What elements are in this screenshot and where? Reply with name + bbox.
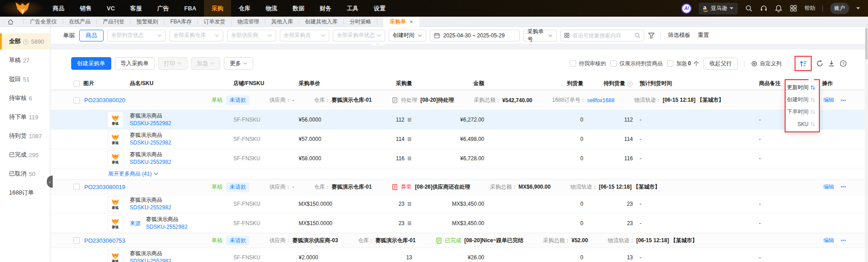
sidebar-item-pending-order[interactable]: 待下单119: [0, 108, 50, 126]
sidebar-item-rejected[interactable]: 驳回51: [0, 70, 50, 89]
checkbox[interactable]: [610, 60, 617, 67]
print-button[interactable]: 打印: [158, 57, 187, 70]
product-thumbnail[interactable]: 赛狐: [107, 150, 123, 167]
tab-create-other-inbound[interactable]: 创建其他入库: [305, 18, 337, 26]
scrollbar-thumb[interactable]: [865, 28, 868, 59]
po-group-row[interactable]: PO2303060753 草稿 未请款 供应商：赛狐演示供应商-03 仓库：赛狐…: [51, 233, 868, 248]
tab-online-products[interactable]: 在线产品: [69, 18, 91, 26]
filter-purchase-warehouse[interactable]: 全部采购仓库: [169, 30, 223, 41]
search-icon[interactable]: [634, 32, 641, 39]
row-checkbox[interactable]: [73, 184, 80, 190]
ai-assistant-button[interactable]: AI: [682, 4, 691, 14]
product-sku-link[interactable]: SDSKU-2552982: [130, 159, 171, 166]
nav-item-fba[interactable]: FBA: [177, 0, 204, 17]
app-logo[interactable]: [0, 0, 45, 17]
marketplace-switcher[interactable]: a 亚马逊: [699, 3, 738, 14]
qty-detail-icon[interactable]: [407, 221, 412, 226]
collapse-parent-rows-button[interactable]: 收起父行: [704, 58, 738, 70]
sidebar-item-all[interactable]: 全部 5890: [0, 33, 50, 50]
customize-columns-button[interactable]: 自定义列: [751, 60, 782, 68]
edit-link[interactable]: 编辑: [823, 183, 834, 191]
tab-order-shipping[interactable]: 订单发货: [204, 18, 225, 26]
product-row[interactable]: 赛狐 赛狐演示商品SDSKU-2552982 SF-FNSKU MX$150.0…: [51, 194, 868, 213]
sidebar-item-cancelled[interactable]: 已取消50: [0, 164, 50, 183]
nav-item-logistics[interactable]: 物流: [258, 0, 285, 17]
product-thumbnail[interactable]: 赛狐: [107, 249, 123, 262]
filter-po-status[interactable]: 全部采购单状态: [333, 30, 385, 41]
funnel-filter-icon[interactable]: [648, 32, 655, 39]
filter-arrival-status[interactable]: 全部到货状态: [107, 30, 166, 41]
sidebar-item-draft[interactable]: 草稿27: [0, 51, 50, 70]
product-row[interactable]: 赛狐 赛狐演示商品SDSKU-2552982 SF-FNSKU ¥57.0000…: [51, 129, 868, 149]
nav-item-vc[interactable]: VC: [99, 0, 123, 17]
sort-by-create-time[interactable]: 创建时间: [786, 94, 819, 106]
sidebar-item-pending-review[interactable]: 待审核6: [0, 89, 50, 108]
close-icon[interactable]: ×: [409, 18, 413, 25]
po-group-row[interactable]: PO2303080019 草稿 未请款 供应商：- 仓库：赛狐演示仓库-01 异…: [51, 179, 868, 194]
apps-grid-icon[interactable]: [790, 5, 797, 12]
checkbox[interactable]: [667, 60, 673, 67]
qty-detail-icon[interactable]: [407, 201, 412, 207]
search-field-select[interactable]: 采购单号: [523, 30, 557, 41]
question-circle-icon[interactable]: [627, 80, 633, 86]
source-link[interactable]: 来源: [130, 220, 141, 227]
product-sku-link[interactable]: SDSKU-2552982: [130, 204, 171, 211]
edit-link[interactable]: 编辑: [823, 96, 834, 104]
qty-detail-icon[interactable]: [407, 136, 412, 142]
nav-item-products[interactable]: 商品: [45, 0, 72, 17]
home-icon[interactable]: [0, 18, 18, 25]
headset-support-icon[interactable]: [760, 5, 768, 12]
product-sku-link[interactable]: SDSKU-2552982: [130, 120, 171, 127]
nav-item-tools[interactable]: 工具: [339, 0, 366, 17]
date-range-picker[interactable]: 2025-04-30 ~ 2025-05-29: [430, 30, 520, 41]
tab-ad-panorama[interactable]: 广告全景仪: [30, 18, 57, 26]
more-actions-link[interactable]: ⋯: [841, 97, 846, 104]
collapse-filter-button[interactable]: ︿: [371, 41, 385, 45]
mode-toggle-product-selected[interactable]: 商品: [79, 30, 104, 41]
product-thumbnail[interactable]: 赛狐: [107, 112, 123, 128]
checkbox[interactable]: [570, 60, 576, 67]
tab-logistics-mgmt[interactable]: 物流管理: [237, 18, 259, 26]
more-button[interactable]: 更多: [224, 57, 253, 70]
product-row[interactable]: 赛狐 来源 赛狐演示商品SDSKU-2552982 SF-FNSKU MX$15…: [51, 213, 868, 233]
sidebar-item-pending-arrival[interactable]: 待到货1087: [0, 126, 50, 145]
po-number-link[interactable]: PO2303080019: [84, 184, 206, 190]
tab-purchase-orders-active[interactable]: 采购单 ×: [383, 17, 419, 27]
tab-alert-rules[interactable]: 预警规则: [136, 18, 158, 26]
product-row[interactable]: 赛狐 赛狐演示商品SDSKU-2552982 SF-FNSKU ¥56.0000…: [51, 110, 868, 129]
check-urgent[interactable]: 加急0个: [667, 60, 699, 68]
check-pending-goods-only[interactable]: 仅展示待到货商品: [610, 60, 663, 68]
help-link[interactable]: 帮助: [804, 5, 815, 12]
row-checkbox[interactable]: [73, 97, 80, 104]
product-thumbnail[interactable]: 赛狐: [107, 196, 123, 212]
qty-detail-icon[interactable]: [407, 156, 412, 161]
filter-date-type[interactable]: 创建时间: [389, 30, 426, 41]
product-sku-link[interactable]: SDSKU-2552982: [130, 258, 171, 262]
nav-item-ads[interactable]: 广告: [150, 0, 177, 17]
reset-button[interactable]: 重置: [696, 32, 711, 39]
qty-detail-icon[interactable]: [407, 117, 412, 122]
sort-by-order-time[interactable]: 下单时间: [786, 106, 819, 118]
po-number-link[interactable]: PO2303060753: [84, 237, 206, 244]
po-group-row[interactable]: PO2303080020 草稿 未请款 供应商：- 仓库：赛狐演示仓库-01 待…: [51, 90, 868, 110]
sort-by-sku[interactable]: SKU: [786, 118, 819, 130]
filter-purchaser[interactable]: 全部采购员: [280, 30, 329, 41]
row-checkbox[interactable]: [73, 237, 80, 244]
nav-item-finance[interactable]: 财务: [312, 0, 339, 17]
nav-item-settings[interactable]: 设置: [366, 0, 393, 17]
expand-more-products[interactable]: 展开更多商品 (41): [51, 168, 868, 179]
nav-item-data[interactable]: 数据: [285, 0, 312, 17]
refresh-icon[interactable]: [816, 60, 823, 67]
check-my-review[interactable]: 待我审核的: [570, 60, 606, 68]
urgent-button[interactable]: 加急: [191, 57, 220, 70]
batch-search-icon[interactable]: [564, 32, 570, 38]
product-sku-link[interactable]: SDSKU-2552982: [130, 140, 171, 146]
sort-order-button-highlighted[interactable]: [795, 56, 812, 71]
more-actions-link[interactable]: ⋯: [841, 237, 846, 244]
question-circle-icon[interactable]: [23, 38, 29, 45]
more-actions-link[interactable]: ⋯: [841, 184, 846, 190]
sidebar-item-1688-orders[interactable]: 1688订单: [0, 183, 50, 202]
tab-time-strategy[interactable]: 分时策略: [350, 18, 371, 26]
edit-link[interactable]: 编辑: [823, 237, 834, 244]
product-row[interactable]: 赛狐 赛狐演示商品SDSKU-2552982 SF-FNSKU ¥2.0000 …: [51, 248, 868, 262]
